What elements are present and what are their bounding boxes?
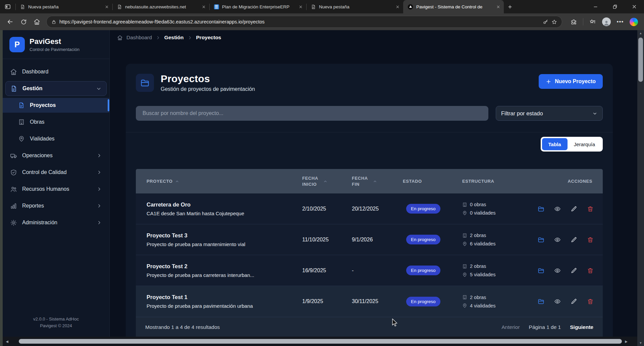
active-indicator: [108, 99, 109, 111]
view-project-button[interactable]: [554, 298, 561, 305]
breadcrumb-gestion[interactable]: Gestión: [164, 35, 184, 41]
table-row[interactable]: Proyecto Test 3 Proyecto de prueba para …: [136, 224, 603, 255]
browser-tab-3[interactable]: Plan de Migración EnterpriseERP: [210, 0, 306, 13]
delete-project-button[interactable]: [587, 298, 594, 305]
edit-project-button[interactable]: [571, 236, 577, 243]
tab-close-icon[interactable]: [202, 5, 206, 9]
tab-title: Nueva pestaña: [28, 4, 102, 9]
start-date: 1/9/2025: [297, 298, 346, 304]
view-table-button[interactable]: Tabla: [542, 138, 568, 150]
filter-row: Filtrar por estado: [136, 106, 603, 121]
restore-button[interactable]: [605, 0, 625, 13]
browser-tab-2[interactable]: nebulasuite.azurewebsites.net: [113, 0, 209, 13]
chevron-down-icon: [96, 86, 102, 92]
sidebar-item-recursos-humanos[interactable]: Recursos Humanos: [5, 182, 107, 196]
delete-project-button[interactable]: [587, 206, 594, 212]
table-pagination: Mostrando 1 a 4 de 4 resultados Anterior…: [136, 317, 603, 337]
sidebar-item-gestion[interactable]: Gestión: [5, 81, 107, 96]
open-project-button[interactable]: [538, 236, 544, 243]
column-header-fecha-inicio[interactable]: FECHA INICIO: [297, 175, 346, 187]
site-lock-icon[interactable]: [51, 19, 56, 24]
browser-tab-active[interactable]: Pavigest - Sistema de Control de: [403, 0, 504, 13]
search-input[interactable]: [136, 106, 488, 121]
delete-project-button[interactable]: [587, 267, 594, 274]
vertical-scroll-thumb[interactable]: [638, 38, 643, 82]
sidebar-item-reportes[interactable]: Reportes: [5, 198, 107, 213]
next-page-button[interactable]: Siguiente: [570, 324, 593, 330]
open-project-button[interactable]: [538, 267, 544, 274]
new-tab-button[interactable]: [504, 0, 516, 13]
previous-page-button[interactable]: Anterior: [501, 324, 520, 330]
tab-close-icon[interactable]: [395, 5, 400, 9]
end-date: 9/1/2026: [346, 237, 397, 243]
sidebar-item-proyectos[interactable]: Proyectos: [3, 98, 109, 113]
view-project-button[interactable]: [554, 267, 561, 274]
browser-tab-4[interactable]: Nueva pestaña: [307, 0, 403, 13]
sidebar-item-operaciones[interactable]: Operaciones: [5, 148, 107, 163]
tab-actions-menu-button[interactable]: [0, 0, 15, 13]
edit-project-button[interactable]: [571, 206, 577, 212]
project-description: Proyecto de prueba para pavimentación ur…: [147, 303, 297, 309]
view-project-button[interactable]: [554, 236, 561, 243]
edit-project-button[interactable]: [571, 267, 577, 274]
browser-tab-1[interactable]: Nueva pestaña: [16, 0, 112, 13]
table-row[interactable]: Proyecto Test 1 Proyecto de prueba para …: [136, 286, 603, 317]
view-hierarchy-button[interactable]: Jerarquía: [568, 138, 601, 150]
structure-cell: 2 obras 5 vialidades: [450, 264, 528, 277]
vertical-scrollbar[interactable]: ▲ ▼: [637, 30, 644, 346]
column-header-fecha-fin[interactable]: FECHA FIN: [346, 175, 397, 187]
favorites-bar-icon[interactable]: [587, 16, 599, 28]
open-project-button[interactable]: [538, 206, 544, 212]
browser-menu-button[interactable]: •••: [614, 16, 626, 28]
sidebar-item-obras[interactable]: Obras: [3, 115, 109, 129]
back-button[interactable]: [4, 16, 16, 28]
app-copyright: Pavigest © 2024: [3, 323, 109, 329]
vialidades-count: 0 vialidades: [470, 210, 496, 216]
scroll-up-arrow[interactable]: ▲: [637, 30, 644, 36]
breadcrumb: Dashboard Gestión Proyectos: [110, 30, 637, 41]
tab-close-icon[interactable]: [299, 5, 303, 9]
url-text[interactable]: https://pavigest-frontend.agreeablemeado…: [59, 19, 540, 24]
home-button[interactable]: [31, 16, 43, 28]
close-window-button[interactable]: [625, 0, 644, 13]
scroll-right-arrow[interactable]: ▶: [622, 337, 631, 346]
breadcrumb-dashboard[interactable]: Dashboard: [126, 35, 152, 41]
tab-close-icon[interactable]: [105, 5, 109, 9]
copilot-icon[interactable]: [630, 18, 638, 26]
open-project-button[interactable]: [538, 298, 544, 305]
sidebar-item-administracion[interactable]: Administración: [5, 215, 107, 230]
building-icon: [462, 264, 467, 269]
end-date: 20/12/2025: [346, 206, 397, 212]
sidebar-item-label: Reportes: [22, 203, 44, 209]
sidebar-item-vialidades[interactable]: Vialidades: [3, 131, 109, 146]
delete-project-button[interactable]: [587, 236, 594, 243]
password-key-icon[interactable]: [543, 19, 548, 25]
browser-tab-bar: Nueva pestaña nebulasuite.azurewebsites.…: [0, 0, 644, 13]
profile-avatar[interactable]: [602, 17, 611, 26]
refresh-button[interactable]: [17, 16, 30, 28]
horizontal-scroll-thumb[interactable]: [19, 339, 622, 344]
extensions-icon[interactable]: [568, 16, 580, 28]
sidebar-item-label: Operaciones: [22, 153, 53, 159]
breadcrumb-proyectos[interactable]: Proyectos: [196, 35, 221, 41]
sidebar-item-label: Vialidades: [30, 136, 55, 142]
sidebar-item-control-de-calidad[interactable]: Control de Calidad: [5, 165, 107, 180]
scroll-left-arrow[interactable]: ◀: [3, 337, 11, 346]
tab-close-icon[interactable]: [496, 5, 500, 9]
scroll-down-arrow[interactable]: ▼: [637, 340, 644, 346]
minimize-button[interactable]: [586, 0, 605, 13]
address-bar[interactable]: https://pavigest-frontend.agreeablemeado…: [46, 16, 562, 28]
horizontal-scrollbar[interactable]: ◀ ▶: [3, 337, 637, 346]
new-project-button[interactable]: Nuevo Proyecto: [539, 74, 603, 89]
favorite-star-icon[interactable]: [551, 19, 557, 25]
status-filter-select[interactable]: Filtrar por estado: [496, 106, 603, 121]
edit-project-button[interactable]: [571, 298, 577, 305]
table-row[interactable]: Carretera de Oro CA1E desde San Martin h…: [136, 193, 603, 224]
sidebar-item-label: Dashboard: [22, 69, 48, 75]
start-date: 2/10/2025: [297, 206, 346, 212]
column-header-proyecto[interactable]: PROYECTO: [136, 179, 297, 184]
project-cell: Proyecto Test 3 Proyecto de prueba para …: [136, 232, 297, 247]
table-row[interactable]: Proyecto Test 2 Proyecto de prueba para …: [136, 255, 603, 286]
view-project-button[interactable]: [554, 206, 561, 212]
sidebar-item-dashboard[interactable]: Dashboard: [5, 64, 107, 79]
